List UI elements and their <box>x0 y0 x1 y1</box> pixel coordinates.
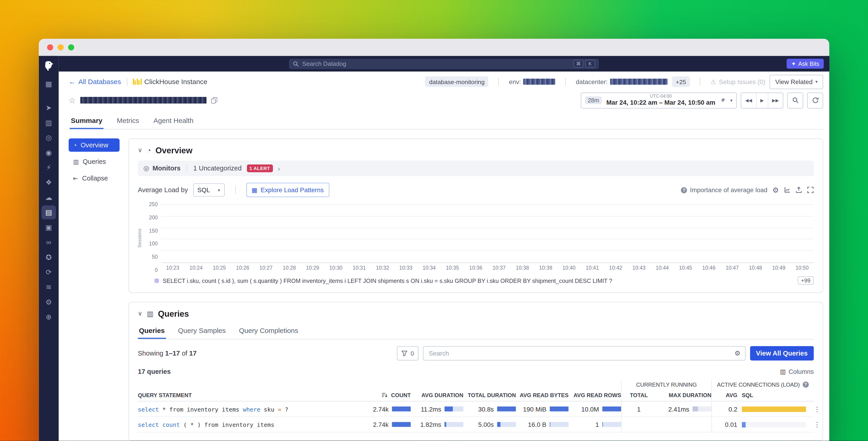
tag-datacenter[interactable]: datacenter: <box>576 78 668 85</box>
queries-search[interactable]: ⚙ <box>423 346 746 360</box>
legend-query-text[interactable]: SELECT i.sku, count ( s.id ), sum ( s.qu… <box>163 277 612 284</box>
minimize-window-button[interactable] <box>58 44 64 50</box>
subnav-item-queries[interactable]: ▥ Queries <box>69 155 120 168</box>
chevron-right-icon[interactable]: › <box>278 164 280 173</box>
chevron-down-icon[interactable]: ▾ <box>730 98 733 103</box>
group-currently-running: CURRENTLY RUNNING <box>621 380 711 389</box>
x-tick-label: 10:45 <box>674 265 697 271</box>
subnav-item-overview[interactable]: ◔ Overview <box>69 139 120 152</box>
gear-icon[interactable]: ⚙ <box>773 186 779 194</box>
setup-issues-button[interactable]: ⚠ Setup Issues (0) <box>710 78 765 85</box>
col-query-statement[interactable]: QUERY STATEMENT <box>138 392 192 398</box>
security-icon[interactable]: ✪ <box>41 250 56 264</box>
synthetics-icon[interactable]: ☁ <box>41 190 56 205</box>
monitors-bar[interactable]: ◎ Monitors 1 Uncategorized 1 ALERT › <box>138 160 814 176</box>
time-range-picker[interactable]: 28m UTC-04:00 Mar 24, 10:22 am – Mar 24,… <box>581 92 737 108</box>
watchdog-icon[interactable]: ◎ <box>41 131 56 145</box>
waffle-menu-icon[interactable]: ▦ <box>41 77 56 91</box>
filter-button[interactable]: 0 <box>397 346 418 360</box>
tab-query-completions[interactable]: Query Completions <box>238 323 299 339</box>
col-avg[interactable]: AVG <box>711 389 737 401</box>
search-settings-gear-icon[interactable]: ⚙ <box>735 349 741 357</box>
collapse-chevron-icon[interactable]: ∨ <box>138 310 142 317</box>
subnav-item-collapse[interactable]: ⇤ Collapse <box>69 172 120 185</box>
export-icon[interactable] <box>796 187 802 193</box>
tag-database-monitoring[interactable]: database-monitoring <box>425 76 488 87</box>
col-total[interactable]: TOTAL <box>621 389 656 401</box>
col-total-duration[interactable]: TOTAL DURATION <box>463 392 516 398</box>
sort-desc-icon[interactable] <box>382 392 388 398</box>
group-by-select[interactable]: SQL ▾ <box>193 183 224 197</box>
col-avg-read-rows[interactable]: AVG READ ROWS <box>568 392 621 398</box>
chart-y-axis: Sessions 050100150200250 <box>138 205 161 271</box>
copy-icon[interactable] <box>211 97 217 104</box>
databases-icon[interactable]: ▤ <box>41 205 56 219</box>
legend-overflow-chip[interactable]: +99 <box>798 276 814 285</box>
time-play-button[interactable]: ▶ <box>756 93 768 108</box>
refresh-button[interactable] <box>807 92 823 108</box>
query-table-row[interactable]: select count ( * ) from inventory_items2… <box>138 417 814 433</box>
tab-query-samples[interactable]: Query Samples <box>177 323 226 339</box>
global-search[interactable]: Search Datadog ⌘ K <box>289 58 599 69</box>
redacted-env-value <box>523 79 556 85</box>
col-avg-duration[interactable]: AVG DURATION <box>411 392 463 398</box>
metric-bar <box>497 422 516 427</box>
hosts-icon[interactable]: ▣ <box>41 220 56 234</box>
org-icon[interactable]: ⊕ <box>41 310 56 324</box>
breadcrumb-back-link[interactable]: ← All Databases <box>69 78 121 85</box>
queries-search-input[interactable] <box>428 349 731 357</box>
monitors-icon[interactable]: ◉ <box>41 146 56 159</box>
tab-summary[interactable]: Summary <box>70 114 103 129</box>
pin-icon[interactable] <box>720 97 726 103</box>
pointer-icon[interactable]: ➤ <box>41 101 56 115</box>
avg-read-bytes-cell: 190 MiB <box>516 406 568 412</box>
zoom-time-button[interactable] <box>787 92 803 108</box>
favorite-star-icon[interactable]: ☆ <box>69 96 75 105</box>
col-avg-read-bytes[interactable]: AVG READ BYTES <box>516 392 568 398</box>
logs-icon[interactable]: ≋ <box>41 280 56 294</box>
axis-scale-icon[interactable] <box>784 187 790 193</box>
importance-help[interactable]: ? Importance of average load <box>681 187 768 193</box>
query-count-label: 17 queries <box>138 368 170 375</box>
zoom-window-button[interactable] <box>68 44 74 50</box>
col-sql[interactable]: SQL <box>737 392 810 398</box>
view-all-queries-button[interactable]: View All Queries <box>750 346 814 360</box>
network-icon[interactable]: ∞ <box>41 235 56 249</box>
explore-load-patterns-button[interactable]: ▦ Explore Load Patterns <box>246 183 329 197</box>
time-forward-button[interactable]: ▶▶ <box>768 93 783 108</box>
metric-bar <box>392 407 411 412</box>
time-back-button[interactable]: ◀◀ <box>741 93 756 108</box>
x-tick-label: 10:47 <box>720 265 744 271</box>
tag-env[interactable]: env: <box>509 78 555 85</box>
apm-icon[interactable]: ⚡ <box>41 160 56 175</box>
chart-controls-row: Average Load by SQL ▾ ▦ Explore Load Pat… <box>138 183 814 197</box>
search-icon <box>293 61 299 67</box>
ci-icon[interactable]: ⟳ <box>41 265 56 279</box>
query-statement-cell[interactable]: select count ( * ) from inventory_items <box>138 421 358 428</box>
avg-duration-cell: 1.82ms <box>411 421 463 428</box>
datadog-logo[interactable] <box>42 59 55 72</box>
settings-icon[interactable]: ⚙ <box>41 295 56 309</box>
tab-queries[interactable]: Queries <box>138 323 166 339</box>
collapse-chevron-icon[interactable]: ∨ <box>138 147 142 154</box>
table-header-row: QUERY STATEMENT COUNT AVG DURATION TOTAL… <box>138 389 814 402</box>
col-count[interactable]: COUNT <box>391 392 411 398</box>
desktop-background: ▦➤▥◎◉⚡❖☁▤▣∞✪⟳≋⚙⊕ Search Datadog ⌘ K ✦ <box>0 0 868 441</box>
view-related-button[interactable]: View Related ▾ <box>770 75 823 89</box>
rum-icon[interactable]: ❖ <box>41 175 56 189</box>
close-window-button[interactable] <box>47 44 53 50</box>
tab-metrics[interactable]: Metrics <box>116 114 140 129</box>
question-circle-icon[interactable]: ? <box>802 382 809 388</box>
fullscreen-icon[interactable] <box>807 187 814 193</box>
ask-bits-button[interactable]: ✦ Ask Bits <box>787 59 824 69</box>
tags-overflow-chip[interactable]: +25 <box>672 76 690 87</box>
metrics-icon[interactable]: ▥ <box>41 116 56 130</box>
col-max-duration[interactable]: MAX DURATION <box>656 392 711 398</box>
row-menu-kebab-icon[interactable]: ⋮ <box>810 405 824 413</box>
clickhouse-icon <box>133 79 142 85</box>
tab-agent-health[interactable]: Agent Health <box>152 114 195 129</box>
row-menu-kebab-icon[interactable]: ⋮ <box>810 421 824 429</box>
query-statement-cell[interactable]: select * from inventory_items where sku … <box>138 406 358 412</box>
columns-button[interactable]: ▥ Columns <box>780 368 814 375</box>
query-table-row[interactable]: select * from inventory_items where sku … <box>138 402 814 417</box>
